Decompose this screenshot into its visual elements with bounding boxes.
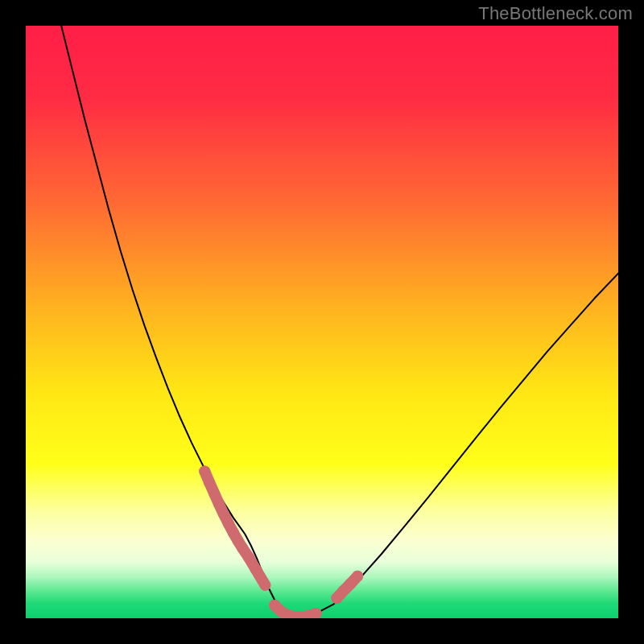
- marker-band-right: [336, 576, 357, 598]
- marker-band-bottom: [275, 605, 316, 617]
- plot-area: [26, 26, 618, 618]
- bottleneck-curve: [61, 26, 618, 617]
- watermark-text: TheBottleneck.com: [478, 3, 633, 24]
- chart-frame: TheBottleneck.com: [0, 0, 644, 644]
- curve-layer: [26, 26, 618, 618]
- marker-band-left: [204, 471, 265, 584]
